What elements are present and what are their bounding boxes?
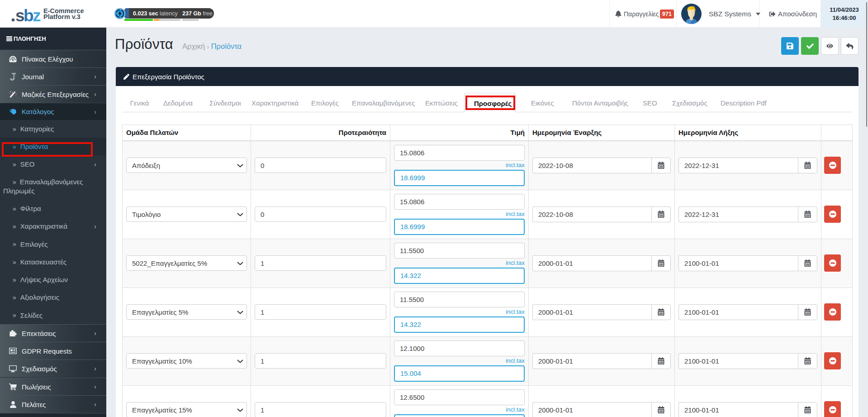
svg-text:Platform v.3: Platform v.3: [43, 13, 81, 20]
svg-text:z: z: [33, 6, 41, 25]
